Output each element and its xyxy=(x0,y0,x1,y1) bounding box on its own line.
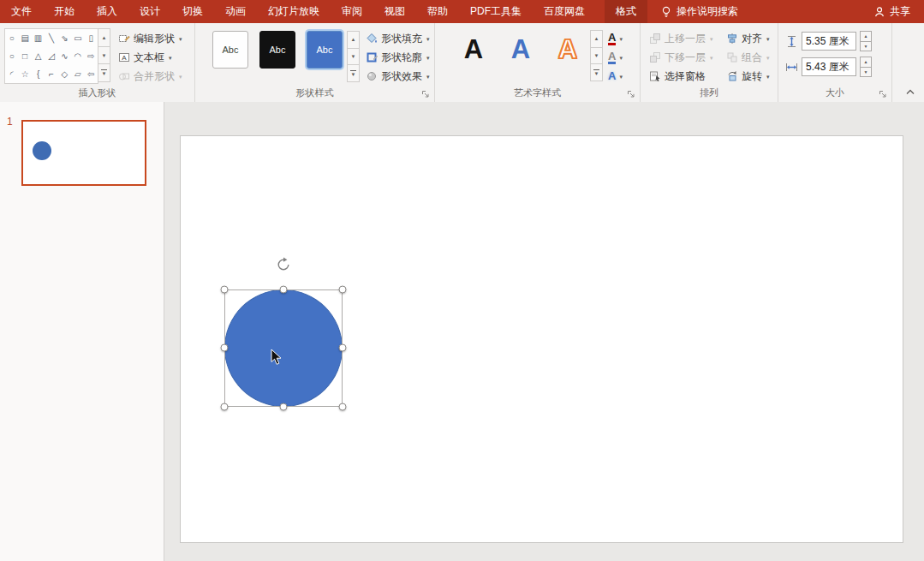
tab-help[interactable]: 帮助 xyxy=(416,0,459,23)
gallery-down-button[interactable]: ▼ xyxy=(98,46,110,65)
dropdown-icon: ▾ xyxy=(179,74,182,80)
shape-gallery-item[interactable]: ▯ xyxy=(85,29,98,47)
share-button[interactable]: 共享 xyxy=(873,0,924,23)
resize-handle-e[interactable] xyxy=(339,344,347,352)
tab-pdf-tools[interactable]: PDF工具集 xyxy=(459,0,533,23)
shape-gallery-item[interactable]: ▱ xyxy=(71,65,84,83)
text-outline-button[interactable]: A ▾ xyxy=(606,49,624,66)
text-fill-button[interactable]: A ▾ xyxy=(606,30,624,47)
gallery-more-button[interactable]: ▼ xyxy=(98,63,110,82)
resize-handle-n[interactable] xyxy=(280,286,288,294)
edit-shape-button[interactable]: 编辑形状 ▾ xyxy=(116,30,184,47)
shape-fill-button[interactable]: 形状填充 ▾ xyxy=(364,30,432,47)
dropdown-icon: ▾ xyxy=(426,36,430,42)
resize-handle-s[interactable] xyxy=(280,403,288,411)
tab-design[interactable]: 设计 xyxy=(128,0,171,23)
wordart-style-black[interactable]: A xyxy=(454,29,493,69)
text-effects-button[interactable]: A ▾ xyxy=(606,68,624,85)
shape-effects-button[interactable]: 形状效果 ▾ xyxy=(364,68,432,85)
wordart-style-blue[interactable]: A xyxy=(501,29,540,69)
gallery-up-button[interactable]: ▲ xyxy=(98,28,110,47)
shape-gallery-item[interactable]: ╲ xyxy=(45,29,57,47)
shape-gallery-item[interactable]: ○ xyxy=(5,29,18,47)
tab-baidu-netdisk[interactable]: 百度网盘 xyxy=(533,0,596,23)
shape-width-input[interactable] xyxy=(802,57,856,76)
tab-home[interactable]: 开始 xyxy=(43,0,86,23)
shape-gallery-item[interactable]: ▭ xyxy=(71,29,84,47)
shape-outline-button[interactable]: 形状轮廓 ▾ xyxy=(364,49,432,66)
tab-animations[interactable]: 动画 xyxy=(214,0,257,23)
send-backward-button: 下移一层 ▾ xyxy=(647,49,715,66)
style-sample-label: Abc xyxy=(317,45,333,55)
shape-gallery-item[interactable]: ◇ xyxy=(58,65,71,83)
shape-gallery-item[interactable]: ⌐ xyxy=(45,65,57,83)
dropdown-icon: ▾ xyxy=(710,55,713,61)
tell-me-label: 操作说明搜索 xyxy=(677,4,738,19)
dropdown-icon: ▾ xyxy=(619,55,623,61)
shape-gallery-item[interactable]: ⇦ xyxy=(85,65,98,83)
down-arrow-icon: ▼ xyxy=(351,54,356,59)
slide-thumbnail-1[interactable] xyxy=(21,120,146,186)
spin-down-icon[interactable]: ▼ xyxy=(860,67,872,78)
oval-shape[interactable] xyxy=(224,289,343,407)
resize-handle-sw[interactable] xyxy=(221,403,229,411)
tab-format[interactable]: 格式 xyxy=(605,0,647,23)
send-backward-label: 下移一层 xyxy=(665,51,706,65)
text-box-button[interactable]: A 文本框 ▾ xyxy=(116,49,184,66)
shape-gallery-item[interactable]: ⇨ xyxy=(85,47,98,65)
rotate-label: 旋转 xyxy=(742,69,762,84)
rotate-button[interactable]: 旋转 ▾ xyxy=(724,68,772,85)
tab-review[interactable]: 审阅 xyxy=(331,0,373,23)
shape-style-white[interactable]: Abc xyxy=(212,31,248,69)
mouse-cursor xyxy=(271,349,283,369)
tell-me-box[interactable]: 操作说明搜索 xyxy=(661,0,738,23)
group-label-shape-styles: 形状样式 xyxy=(195,87,434,99)
shape-gallery-item[interactable]: △ xyxy=(32,47,45,65)
shape-gallery-item[interactable]: ∿ xyxy=(58,47,71,65)
shape-gallery-item[interactable]: ☆ xyxy=(18,65,31,83)
style-sample-label: Abc xyxy=(270,45,286,55)
gallery-down-button[interactable]: ▼ xyxy=(590,47,603,65)
shape-gallery-item[interactable]: ◜ xyxy=(5,65,18,83)
gallery-more-button[interactable]: ▼ xyxy=(347,64,360,82)
gallery-more-button[interactable]: ▼ xyxy=(590,63,603,81)
spin-down-icon[interactable]: ▼ xyxy=(860,41,872,52)
shape-gallery-item[interactable]: □ xyxy=(18,47,31,65)
text-effects-icon: A xyxy=(608,71,616,81)
tab-file[interactable]: 文件 xyxy=(0,0,43,23)
resize-handle-w[interactable] xyxy=(221,344,229,352)
rotate-handle-icon[interactable] xyxy=(276,257,291,272)
resize-handle-nw[interactable] xyxy=(221,286,229,294)
merge-shapes-icon xyxy=(118,70,130,82)
shape-gallery-item[interactable]: ◿ xyxy=(45,47,57,65)
tab-view[interactable]: 视图 xyxy=(373,0,416,23)
selection-pane-label: 选择窗格 xyxy=(665,69,706,84)
align-button[interactable]: 对齐 ▾ xyxy=(724,30,772,47)
shape-gallery-item[interactable]: ◠ xyxy=(71,47,84,65)
group-button: 组合 ▾ xyxy=(724,49,772,66)
down-arrow-icon: ▼ xyxy=(102,53,107,58)
shape-gallery-item[interactable]: ⇘ xyxy=(58,29,71,47)
shape-gallery-item[interactable]: { xyxy=(32,65,45,83)
shape-style-black[interactable]: Abc xyxy=(259,31,295,69)
tab-transitions[interactable]: 切换 xyxy=(171,0,214,23)
tab-slideshow[interactable]: 幻灯片放映 xyxy=(257,0,331,23)
wordart-style-orange-outline[interactable]: A xyxy=(548,29,587,69)
collapse-ribbon-icon[interactable] xyxy=(905,86,915,98)
more-bar-icon xyxy=(350,70,356,71)
gallery-up-button[interactable]: ▲ xyxy=(347,31,360,49)
shape-gallery-item[interactable]: ○ xyxy=(5,47,18,65)
shape-height-input[interactable] xyxy=(802,32,856,51)
gallery-up-button[interactable]: ▲ xyxy=(590,30,603,48)
shape-gallery-item[interactable]: ▥ xyxy=(32,29,45,47)
gallery-down-button[interactable]: ▼ xyxy=(347,48,360,66)
shape-gallery-item[interactable]: ▤ xyxy=(18,29,31,47)
shape-style-blue-selected[interactable]: Abc xyxy=(307,31,343,69)
tab-insert[interactable]: 插入 xyxy=(86,0,128,23)
resize-handle-se[interactable] xyxy=(339,403,347,411)
down-arrow-icon: ▼ xyxy=(594,53,599,58)
up-arrow-icon: ▲ xyxy=(594,36,599,41)
resize-handle-ne[interactable] xyxy=(339,286,347,294)
group-wordart-styles: A A A ▲ ▼ ▼ A ▾ A ▾ A ▾ xyxy=(435,23,641,102)
selection-pane-button[interactable]: 选择窗格 xyxy=(647,68,715,85)
